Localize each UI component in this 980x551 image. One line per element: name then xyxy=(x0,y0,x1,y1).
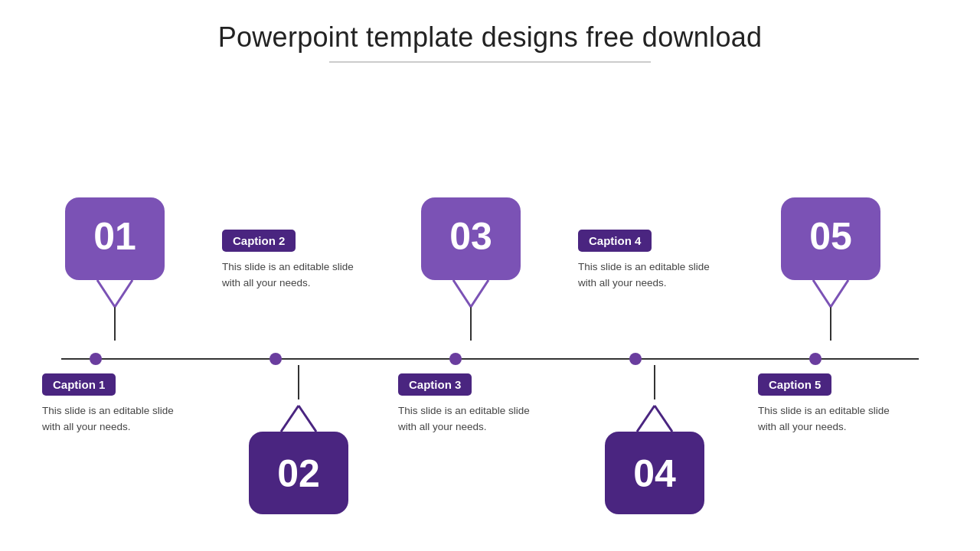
slide: Powerpoint template designs free downloa… xyxy=(0,0,980,551)
item-2: 02 xyxy=(226,365,371,514)
svg-line-6 xyxy=(637,406,655,432)
item-3: 03 xyxy=(398,197,544,341)
shape-pointer-4 xyxy=(605,399,704,432)
svg-line-9 xyxy=(831,280,848,307)
number-2: 02 xyxy=(277,452,320,496)
shape-pointer-5 xyxy=(781,280,880,312)
svg-line-2 xyxy=(281,406,299,432)
caption-desc-4: This slide is an editable slide with all… xyxy=(578,259,724,292)
svg-line-3 xyxy=(299,406,316,432)
shape-5: 05 xyxy=(781,197,880,312)
svg-line-4 xyxy=(453,280,471,307)
caption-badge-1: Caption 1 xyxy=(42,373,116,396)
item-4: 04 xyxy=(582,365,727,514)
shape-1: 01 xyxy=(65,197,165,312)
caption-desc-3: This slide is an editable slide with all… xyxy=(398,403,544,435)
svg-line-1 xyxy=(115,280,132,307)
timeline-line xyxy=(61,358,919,360)
number-1: 01 xyxy=(93,214,136,259)
shape-pointer-2 xyxy=(249,399,348,432)
shape-3: 03 xyxy=(421,197,521,312)
connector-2 xyxy=(298,365,299,399)
shape-4: 04 xyxy=(605,399,704,514)
caption-desc-5: This slide is an editable slide with all… xyxy=(758,403,903,435)
svg-line-5 xyxy=(471,280,488,307)
connector-4 xyxy=(654,365,655,399)
svg-line-8 xyxy=(813,280,831,307)
shape-pointer-1 xyxy=(65,280,165,312)
dot-2 xyxy=(270,353,282,365)
svg-line-0 xyxy=(97,280,115,307)
page-title: Powerpoint template designs free downloa… xyxy=(218,21,763,54)
dot-4 xyxy=(629,353,642,365)
caption-area-1: Caption 1 This slide is an editable slid… xyxy=(42,373,188,435)
caption-desc-1: This slide is an editable slide with all… xyxy=(42,403,188,435)
dot-3 xyxy=(449,353,462,365)
shape-2: 02 xyxy=(249,399,348,514)
caption-badge-2: Caption 2 xyxy=(222,230,296,252)
caption-area-4: Caption 4 This slide is an editable slid… xyxy=(578,230,724,292)
number-4: 04 xyxy=(633,452,676,496)
dot-5 xyxy=(809,353,822,365)
caption-badge-4: Caption 4 xyxy=(578,230,652,252)
number-5: 05 xyxy=(809,214,852,259)
dot-1 xyxy=(90,353,102,365)
shape-pointer-3 xyxy=(421,280,521,312)
caption-badge-5: Caption 5 xyxy=(758,373,831,396)
svg-line-7 xyxy=(655,406,672,432)
item-1: 01 xyxy=(42,197,188,341)
caption-area-5: Caption 5 This slide is an editable slid… xyxy=(758,373,903,435)
caption-badge-3: Caption 3 xyxy=(398,373,472,396)
caption-area-3: Caption 3 This slide is an editable slid… xyxy=(398,373,544,435)
number-3: 03 xyxy=(449,214,492,259)
caption-desc-2: This slide is an editable slide with all… xyxy=(222,259,368,292)
item-5: 05 xyxy=(758,197,903,341)
title-divider xyxy=(329,61,651,63)
caption-area-2: Caption 2 This slide is an editable slid… xyxy=(222,230,368,292)
